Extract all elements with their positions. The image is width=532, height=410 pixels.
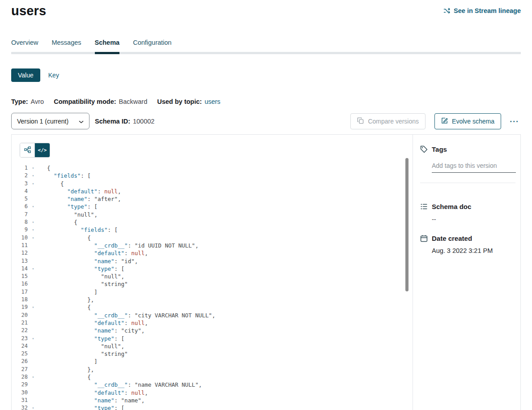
code-lines: 1▾{2▾ "fields": [3▾ {4 "default": null,5…	[12, 164, 413, 410]
fold-spacer	[28, 319, 38, 327]
schema-id: Schema ID: 100002	[95, 118, 154, 125]
code-line: 16 "string"	[12, 280, 413, 288]
line-number: 21	[12, 319, 28, 327]
more-options-button[interactable]: ⋯	[507, 113, 521, 129]
code-line: 25 "string"	[12, 350, 413, 358]
tab-configuration[interactable]: Configuration	[133, 39, 171, 54]
code-line: 23▾ "type": [	[12, 335, 413, 342]
line-number: 30	[12, 389, 28, 397]
code-line: 32▾ "type": [	[12, 404, 413, 410]
code-line: 1▾{	[12, 164, 413, 172]
stream-lineage-icon	[443, 7, 451, 14]
value-toggle-button[interactable]: Value	[11, 68, 40, 82]
compare-versions-button[interactable]: Compare versions	[350, 113, 426, 129]
schema-doc-header: Schema doc	[420, 203, 515, 210]
code-line: 14▾ "type": [	[12, 265, 413, 273]
stream-lineage-link[interactable]: See in Stream lineage	[443, 7, 521, 14]
compare-icon	[357, 117, 364, 125]
code-text: "__crdb__": "city VARCHAR NOT NULL",	[38, 312, 215, 319]
value-key-toggle: Value Key	[11, 68, 521, 82]
code-line: 31 "name": "name",	[12, 397, 413, 404]
code-line: 5 "name": "after",	[12, 195, 413, 203]
code-line: 29 "__crdb__": "name VARCHAR NULL",	[12, 381, 413, 389]
fold-toggle-icon[interactable]: ▾	[28, 180, 38, 188]
evolve-schema-button[interactable]: Evolve schema	[434, 113, 501, 129]
code-view-button[interactable]: </>	[35, 143, 50, 157]
tab-messages[interactable]: Messages	[51, 39, 81, 54]
code-line: 21 "default": null,	[12, 319, 413, 327]
compatibility-mode: Compatibility mode: Backward	[54, 98, 147, 105]
page-header: users See in Stream lineage	[11, 0, 521, 18]
tab-overview[interactable]: Overview	[11, 39, 38, 54]
line-number: 6	[12, 203, 28, 210]
code-line: 28▾ {	[12, 373, 413, 381]
date-created-section: Date created Aug. 3 2022 3:21 PM	[420, 235, 515, 254]
type-value: Avro	[31, 98, 44, 105]
edit-square-icon	[441, 117, 448, 125]
line-number: 31	[12, 397, 28, 404]
code-line: 19▾ {	[12, 303, 413, 311]
tags-title: Tags	[432, 145, 447, 153]
code-text: "type": [	[38, 265, 124, 273]
fold-toggle-icon[interactable]: ▾	[28, 265, 38, 273]
code-text: "default": null,	[38, 188, 121, 195]
code-text: "default": null,	[38, 319, 148, 327]
fold-toggle-icon[interactable]: ▾	[28, 203, 38, 210]
code-text: },	[38, 296, 94, 303]
fold-toggle-icon[interactable]: ▾	[28, 164, 38, 172]
schema-id-value: 100002	[133, 118, 154, 125]
key-toggle-button[interactable]: Key	[47, 68, 61, 82]
editor-scrollbar[interactable]	[405, 158, 409, 408]
fold-toggle-icon[interactable]: ▾	[28, 234, 38, 242]
code-line: 4 "default": null,	[12, 188, 413, 195]
fold-spacer	[28, 342, 38, 350]
code-text: {	[38, 180, 64, 188]
calendar-icon	[420, 235, 428, 242]
fold-toggle-icon[interactable]: ▾	[28, 373, 38, 381]
compatibility-label: Compatibility mode:	[54, 98, 116, 105]
scrollbar-thumb[interactable]	[405, 158, 409, 291]
code-line: 12 "default": null,	[12, 249, 413, 257]
tree-view-button[interactable]	[20, 143, 35, 157]
fold-spacer	[28, 288, 38, 296]
code-text: "name": "id",	[38, 257, 138, 265]
code-text: "__crdb__": "id UUID NOT NULL",	[38, 242, 199, 249]
topic-link[interactable]: users	[204, 98, 220, 105]
code-text: "default": null,	[38, 249, 148, 257]
code-line: 13 "name": "id",	[12, 257, 413, 265]
tree-view-icon	[24, 146, 31, 154]
tags-input[interactable]	[432, 160, 516, 173]
schema-sidebar: Tags Schema doc --	[413, 135, 520, 410]
fold-spacer	[28, 312, 38, 319]
code-text: "default": null,	[38, 389, 148, 397]
fold-spacer	[28, 273, 38, 280]
fold-toggle-icon[interactable]: ▾	[28, 172, 38, 179]
code-text: "name": "after",	[38, 195, 121, 203]
code-line: 11 "__crdb__": "id UUID NOT NULL",	[12, 242, 413, 249]
code-text: "type": [	[38, 404, 124, 410]
code-line: 22 "name": "city",	[12, 327, 413, 334]
line-number: 15	[12, 273, 28, 280]
fold-toggle-icon[interactable]: ▾	[28, 404, 38, 410]
fold-toggle-icon[interactable]: ▾	[28, 303, 38, 311]
fold-toggle-icon[interactable]: ▾	[28, 218, 38, 226]
code-text: "null",	[38, 342, 124, 350]
editor-view-toggle: </>	[20, 143, 50, 158]
code-text: {	[38, 303, 91, 311]
code-line: 2▾ "fields": [	[12, 172, 413, 179]
tab-schema[interactable]: Schema	[95, 39, 120, 54]
code-line: 8▾ {	[12, 218, 413, 226]
schema-doc-title: Schema doc	[432, 203, 471, 210]
fold-spacer	[28, 211, 38, 218]
fold-toggle-icon[interactable]: ▾	[28, 226, 38, 234]
code-text: "fields": [	[38, 226, 118, 234]
fold-spacer	[28, 280, 38, 288]
line-number: 8	[12, 218, 28, 226]
code-line: 6▾ "type": [	[12, 203, 413, 210]
version-select[interactable]: Version 1 (current)	[11, 113, 89, 129]
code-line: 30 "default": null,	[12, 389, 413, 397]
tags-header: Tags	[420, 145, 515, 153]
tab-bar: Overview Messages Schema Configuration	[11, 39, 521, 54]
fold-toggle-icon[interactable]: ▾	[28, 335, 38, 342]
line-number: 17	[12, 288, 28, 296]
